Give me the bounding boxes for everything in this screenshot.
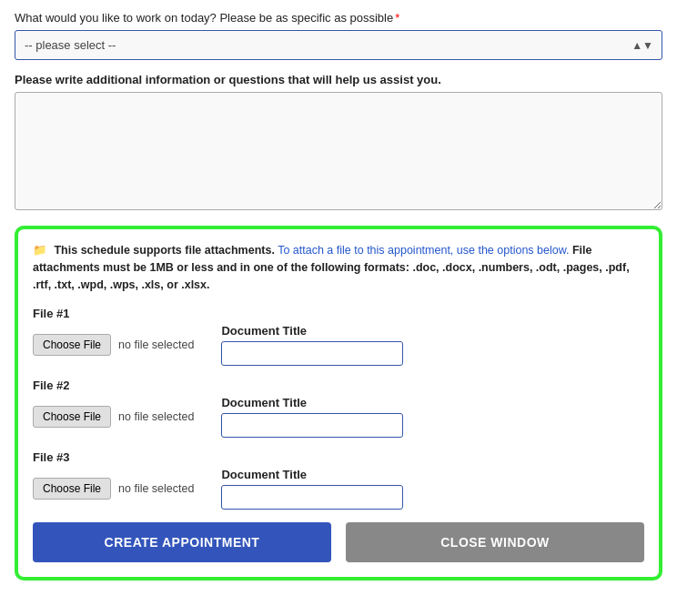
folder-icon: 📁: [33, 242, 47, 259]
file-3-doc-title-group: Document Title: [221, 468, 403, 510]
file-3-inputs: Choose File no file selected Document Ti…: [33, 468, 644, 510]
file-3-input-group: Choose File no file selected: [33, 478, 194, 500]
topic-select-wrapper: -- please select -- ▲▼: [15, 30, 662, 60]
file-2-doc-title-label: Document Title: [221, 396, 403, 409]
attachments-section: 📁 This schedule supports file attachment…: [15, 226, 662, 581]
file-3-choose-button[interactable]: Choose File: [33, 478, 111, 500]
button-row: CREATE APPOINTMENT CLOSE WINDOW: [33, 522, 644, 562]
file-row-3: File #3 Choose File no file selected Doc…: [33, 450, 644, 510]
file-3-no-file-text: no file selected: [118, 482, 194, 495]
file-row-2: File #2 Choose File no file selected Doc…: [33, 379, 644, 438]
file-1-choose-button[interactable]: Choose File: [33, 334, 111, 356]
file-1-doc-title-label: Document Title: [221, 324, 403, 338]
file-2-no-file-text: no file selected: [118, 410, 194, 423]
file-2-doc-title-input[interactable]: [221, 413, 403, 438]
close-window-button[interactable]: CLOSE WINDOW: [346, 522, 644, 562]
file-2-label: File #2: [33, 379, 644, 392]
create-appointment-button[interactable]: CREATE APPOINTMENT: [33, 522, 331, 562]
file-2-inputs: Choose File no file selected Document Ti…: [33, 396, 644, 438]
file-1-doc-title-group: Document Title: [221, 324, 403, 366]
file-1-no-file-text: no file selected: [118, 338, 194, 351]
file-1-inputs: Choose File no file selected Document Ti…: [33, 324, 644, 366]
attach-blue-middle: To attach a file to this appointment, us…: [278, 244, 569, 257]
question-label: What would you like to work on today? Pl…: [15, 11, 662, 25]
file-3-doc-title-input[interactable]: [221, 485, 403, 510]
attach-bold-intro: This schedule supports file attachments.: [54, 244, 274, 257]
file-2-choose-button[interactable]: Choose File: [33, 406, 111, 428]
file-1-doc-title-input[interactable]: [221, 341, 403, 366]
file-2-input-group: Choose File no file selected: [33, 406, 194, 428]
required-star: *: [395, 11, 399, 25]
top-section: What would you like to work on today? Pl…: [15, 11, 662, 213]
file-row-1: File #1 Choose File no file selected Doc…: [33, 307, 644, 366]
file-3-doc-title-label: Document Title: [221, 468, 403, 481]
file-1-input-group: Choose File no file selected: [33, 334, 194, 356]
file-2-doc-title-group: Document Title: [221, 396, 403, 438]
attach-info: 📁 This schedule supports file attachment…: [33, 242, 644, 294]
file-3-label: File #3: [33, 450, 644, 464]
additional-info-textarea[interactable]: [15, 92, 662, 210]
file-1-label: File #1: [33, 307, 644, 320]
additional-label: Please write additional information or q…: [15, 73, 662, 86]
topic-select[interactable]: -- please select --: [15, 30, 662, 60]
